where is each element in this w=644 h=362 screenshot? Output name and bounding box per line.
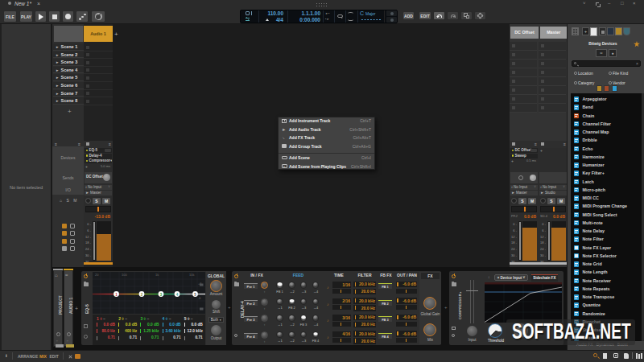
svg-text:-6: -6 (198, 296, 201, 300)
svg-text:20: 20 (95, 273, 99, 277)
svg-text:100: 100 (122, 273, 127, 277)
svg-text:1k: 1k (155, 273, 159, 277)
svg-text:10k: 10k (189, 273, 194, 277)
